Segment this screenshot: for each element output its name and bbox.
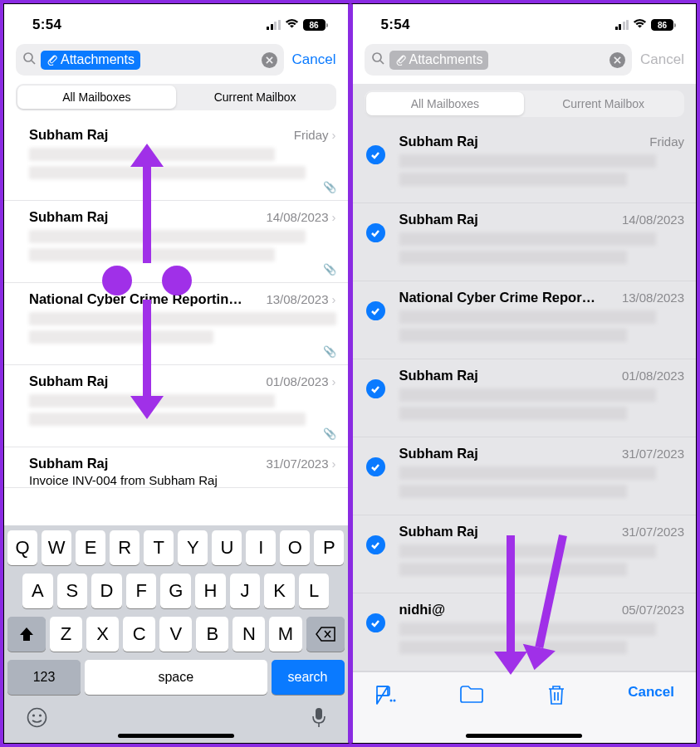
home-indicator[interactable]	[466, 734, 582, 738]
backspace-key[interactable]	[306, 617, 345, 652]
row-sender: Subham Raj	[399, 524, 478, 540]
row-sender: Subham Raj	[399, 368, 478, 383]
search-icon	[22, 51, 36, 68]
select-checkmark[interactable]	[366, 457, 385, 476]
key-b[interactable]: B	[196, 617, 228, 652]
email-list[interactable]: Subham Raj Friday› 📎 Subham Raj 14/08/20…	[4, 119, 348, 488]
row-date: 13/08/2023	[266, 292, 328, 306]
email-list[interactable]: Subham RajFridaySubham Raj14/08/2023Nati…	[353, 125, 697, 671]
clear-icon[interactable]	[262, 52, 277, 68]
select-checkmark[interactable]	[366, 535, 385, 554]
email-row[interactable]: Subham Raj31/07/2023	[353, 437, 697, 515]
mark-icon[interactable]	[374, 684, 398, 709]
key-d[interactable]: D	[91, 574, 122, 608]
mailbox-scope-segmented: All Mailboxes Current Mailbox	[365, 90, 685, 117]
select-checkmark[interactable]	[366, 301, 385, 320]
row-date: 01/08/2023	[622, 369, 684, 383]
svg-point-10	[393, 700, 395, 702]
cellular-icon	[267, 20, 281, 30]
search-field[interactable]: Attachments	[16, 44, 284, 76]
seg-all-mailboxes[interactable]: All Mailboxes	[366, 92, 525, 115]
key-c[interactable]: C	[123, 617, 155, 652]
email-row[interactable]: National Cyber Crime Reportin… 13/08/202…	[4, 283, 348, 365]
email-row[interactable]: Subham Raj14/08/2023	[353, 203, 697, 281]
status-bar: 5:54 86	[353, 4, 697, 41]
key-z[interactable]: Z	[50, 617, 82, 652]
key-r[interactable]: R	[110, 530, 140, 565]
shift-key[interactable]	[7, 617, 46, 652]
home-indicator[interactable]	[118, 734, 234, 738]
row-subject: Invoice INV-004 from Subham Raj	[29, 473, 336, 487]
cellular-icon	[615, 20, 629, 30]
edit-toolbar: Cancel	[353, 671, 697, 743]
key-t[interactable]: T	[144, 530, 174, 565]
numbers-key[interactable]: 123	[7, 660, 81, 695]
battery-icon: 86	[303, 19, 328, 31]
email-row[interactable]: Subham RajFriday	[353, 125, 697, 203]
key-g[interactable]: G	[160, 574, 191, 608]
select-checkmark[interactable]	[366, 145, 385, 164]
paperclip-icon: 📎	[29, 263, 336, 276]
wifi-icon	[285, 17, 299, 32]
key-q[interactable]: Q	[7, 530, 37, 565]
key-w[interactable]: W	[42, 530, 71, 565]
key-n[interactable]: N	[233, 617, 265, 652]
trash-icon[interactable]	[546, 684, 566, 710]
key-h[interactable]: H	[195, 574, 226, 608]
key-y[interactable]: Y	[178, 530, 208, 565]
key-k[interactable]: K	[264, 574, 295, 608]
key-p[interactable]: P	[314, 530, 344, 565]
key-o[interactable]: O	[280, 530, 310, 565]
key-u[interactable]: U	[212, 530, 242, 565]
row-date: 31/07/2023	[622, 447, 684, 461]
email-row[interactable]: Subham Raj 31/07/2023› Invoice INV-004 f…	[4, 447, 348, 488]
svg-point-9	[389, 700, 392, 702]
key-l[interactable]: L	[299, 574, 330, 608]
key-v[interactable]: V	[159, 617, 192, 652]
toolbar-cancel[interactable]: Cancel	[628, 684, 674, 701]
space-key[interactable]: space	[85, 660, 267, 695]
svg-rect-5	[316, 708, 322, 720]
email-row[interactable]: Subham Raj31/07/2023	[353, 515, 697, 593]
search-field[interactable]: Attachments	[365, 44, 633, 76]
status-bar: 5:54 86	[4, 4, 348, 41]
search-cancel[interactable]: Cancel	[292, 51, 336, 68]
keyboard[interactable]: QWERTYUIOP ASDFGHJKL ZXCVBNM 123 space s…	[4, 525, 348, 743]
status-time: 5:54	[381, 17, 410, 33]
segmented-wrap: All Mailboxes Current Mailbox	[353, 84, 697, 125]
search-token-attachments[interactable]: Attachments	[389, 51, 489, 70]
key-m[interactable]: M	[269, 617, 301, 652]
seg-all-mailboxes[interactable]: All Mailboxes	[17, 85, 176, 109]
seg-current-mailbox[interactable]: Current Mailbox	[524, 92, 683, 115]
email-row[interactable]: Subham Raj Friday› 📎	[4, 119, 348, 201]
email-row[interactable]: nidhi@05/07/2023	[353, 593, 697, 671]
email-row[interactable]: Subham Raj 14/08/2023› 📎	[4, 201, 348, 283]
key-f[interactable]: F	[126, 574, 157, 608]
key-j[interactable]: J	[230, 574, 261, 608]
select-checkmark[interactable]	[366, 223, 385, 242]
key-a[interactable]: A	[22, 574, 53, 608]
select-checkmark[interactable]	[366, 613, 385, 632]
move-folder-icon[interactable]	[459, 684, 484, 707]
row-sender: Subham Raj	[399, 446, 478, 461]
mailbox-scope-segmented: All Mailboxes Current Mailbox	[16, 84, 336, 110]
key-e[interactable]: E	[76, 530, 105, 565]
key-x[interactable]: X	[86, 617, 119, 652]
email-row[interactable]: Subham Raj 01/08/2023› 📎	[4, 365, 348, 447]
select-checkmark[interactable]	[366, 379, 385, 398]
search-token-attachments[interactable]: Attachments	[41, 51, 140, 70]
search-key[interactable]: search	[272, 660, 345, 695]
key-i[interactable]: I	[246, 530, 276, 565]
row-sender: National Cyber Crime Repor…	[399, 290, 596, 305]
key-s[interactable]: S	[57, 574, 88, 608]
seg-current-mailbox[interactable]: Current Mailbox	[176, 85, 335, 109]
row-date: 31/07/2023	[622, 525, 684, 539]
mic-icon[interactable]	[311, 706, 326, 735]
search-cancel[interactable]: Cancel	[640, 51, 684, 68]
email-row[interactable]: Subham Raj01/08/2023	[353, 359, 697, 437]
email-row[interactable]: National Cyber Crime Repor…13/08/2023	[353, 281, 697, 359]
clear-icon[interactable]	[609, 52, 625, 68]
svg-point-4	[39, 714, 42, 716]
emoji-icon[interactable]	[26, 706, 48, 735]
chevron-right-icon: ›	[332, 456, 336, 471]
